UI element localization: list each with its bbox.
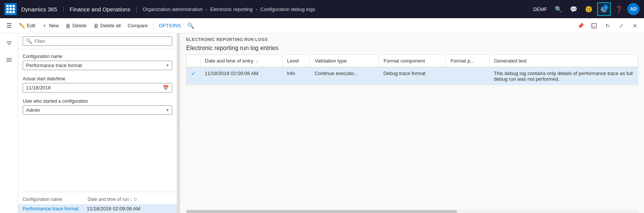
settings-icon-btn[interactable]: ⚙️ 1 — [597, 2, 611, 16]
edit-button[interactable]: ✏️ Edit — [16, 20, 38, 32]
env-badge: DEMF — [533, 6, 547, 12]
scrollbar-thumb — [186, 210, 457, 213]
table-header-row: Date and time of entry ↓ Level Validatio… — [187, 55, 638, 67]
actual-start-input[interactable] — [26, 85, 161, 91]
list-row[interactable]: Performance trace format 11/18/2018 02:0… — [18, 204, 177, 213]
th-check — [187, 55, 201, 67]
right-content: ELECTRONIC REPORTING RUN LOGS Electronic… — [180, 33, 644, 213]
filter-fields: Configuration name ▾ Actual start date/t… — [18, 49, 177, 192]
td-validation-type: Continue executio... — [310, 67, 379, 85]
svg-text:O: O — [593, 25, 595, 28]
compare-label: Compare — [128, 23, 148, 28]
filter-search-icon: 🔍 — [26, 38, 32, 44]
list-header-config: Configuration name — [23, 197, 86, 202]
delete-all-label: Delete all — [100, 23, 121, 28]
popout-icon-btn[interactable]: ⤢ — [615, 20, 627, 32]
actual-start-input-wrapper: 📅 — [23, 83, 172, 92]
toolbar-search-icon[interactable]: 🔍 — [185, 20, 197, 32]
new-button[interactable]: ＋ New — [39, 20, 62, 32]
td-check: ✓ — [187, 67, 201, 85]
delete-label: Delete — [72, 23, 87, 28]
td-generated-text: This debug log contains only details of … — [489, 67, 638, 85]
options-button[interactable]: OPTIONS — [156, 20, 184, 32]
user-label: User who started a configuration — [23, 99, 172, 104]
filter-side-icon[interactable] — [2, 36, 16, 50]
help-icon-btn[interactable]: ❓ — [612, 2, 626, 16]
edit-label: Edit — [27, 23, 35, 28]
resize-handle[interactable] — [177, 33, 180, 213]
breadcrumb-er[interactable]: Electronic reporting — [210, 6, 253, 12]
breadcrumb-org[interactable]: Organization administration — [143, 6, 202, 12]
breadcrumb-cdl[interactable]: Configuration debug logs — [260, 6, 315, 12]
section-title: ELECTRONIC REPORTING RUN LOGS — [180, 33, 644, 43]
td-format-p — [446, 67, 489, 85]
actual-start-field-group: Actual start date/time 📅 — [23, 76, 172, 92]
brand-name: Dynamics 365 — [21, 6, 64, 13]
new-icon: ＋ — [42, 22, 47, 29]
left-icons-bar — [0, 33, 18, 213]
section-subtitle: Electronic reporting run log entries — [180, 43, 644, 55]
config-name-input[interactable] — [26, 63, 165, 68]
config-name-dropdown-arrow[interactable]: ▾ — [166, 63, 169, 68]
delete-icon: 🗑 — [65, 23, 71, 29]
sep1: › — [205, 6, 207, 12]
options-label: OPTIONS — [159, 23, 181, 28]
top-navbar: Dynamics 365 Finance and Operations Orga… — [0, 0, 644, 18]
top-nav-right-icons: DEMF 🔍 💬 🙂 ⚙️ 1 ❓ AD — [533, 2, 639, 16]
td-format-component: Debug trace format — [379, 67, 446, 85]
data-table-wrapper: Date and time of entry ↓ Level Validatio… — [180, 55, 644, 210]
hamburger-icon[interactable]: ☰ — [3, 20, 15, 32]
user-dropdown-arrow[interactable]: ▾ — [166, 108, 169, 113]
list-header: Configuration name Date and time of run … — [23, 195, 172, 204]
feedback-icon-btn[interactable]: 🙂 — [582, 2, 596, 16]
th-level: Level — [282, 55, 310, 67]
filter-input[interactable] — [34, 38, 169, 44]
filter-search-input-wrapper: 🔍 — [23, 36, 172, 46]
pin-icon-btn[interactable]: 📌 — [574, 20, 586, 32]
app-grid-button[interactable] — [5, 3, 17, 15]
th-date-time[interactable]: Date and time of entry ↓ — [200, 55, 282, 67]
horizontal-scrollbar[interactable] — [186, 210, 638, 213]
config-name-input-wrapper: ▾ — [23, 61, 172, 70]
toolbar-separator — [153, 21, 154, 30]
delete-all-button[interactable]: 🗑 Delete all — [90, 20, 124, 32]
td-level: Info — [282, 67, 310, 85]
th-date-sort-icon[interactable]: ↓ — [256, 59, 258, 63]
search-icon-btn[interactable]: 🔍 — [552, 2, 565, 16]
grid-icon — [6, 5, 15, 13]
list-side-icon[interactable] — [2, 53, 16, 67]
user-input[interactable] — [26, 107, 165, 113]
main-layout: 🔍 Configuration name ▾ Actual start date… — [0, 33, 644, 213]
list-header-date: Date and time of run ↓ ▽ — [88, 197, 172, 202]
config-name-field-group: Configuration name ▾ — [23, 54, 172, 70]
list-row-date: 11/18/2018 02:09:08 AM — [87, 206, 172, 211]
list-date-filter-icon[interactable]: ▽ — [134, 197, 137, 202]
th-date-time-text: Date and time of entry — [205, 58, 254, 64]
list-date-sort-icon[interactable]: ↓ — [130, 197, 132, 202]
new-label: New — [49, 23, 59, 28]
toolbar: ☰ ✏️ Edit ＋ New 🗑 Delete 🗑 Delete all Co… — [0, 18, 644, 33]
edit-icon: ✏️ — [19, 23, 25, 29]
th-generated-text: Generated text — [489, 55, 638, 67]
filter-panel: 🔍 Configuration name ▾ Actual start date… — [18, 33, 177, 213]
check-icon: ✓ — [191, 70, 196, 77]
th-validation-type: Validation type — [310, 55, 379, 67]
breadcrumb: Organization administration › Electronic… — [143, 6, 533, 12]
user-avatar[interactable]: AD — [627, 3, 639, 15]
compare-button[interactable]: Compare — [124, 20, 151, 32]
app-name: Finance and Operations — [70, 6, 137, 13]
table-row[interactable]: ✓ 11/18/2018 02:09:08 AM Info Continue e… — [187, 67, 638, 85]
list-header-date-text: Date and time of run — [88, 197, 129, 202]
list-row-config: Performance trace format — [23, 206, 87, 211]
delete-button[interactable]: 🗑 Delete — [62, 20, 90, 32]
user-field-group: User who started a configuration ▾ — [23, 99, 172, 115]
close-icon-btn[interactable]: ✕ — [629, 20, 641, 32]
calendar-icon[interactable]: 📅 — [163, 85, 169, 91]
settings-badge: 1 — [603, 5, 608, 10]
delete-all-icon: 🗑 — [93, 23, 99, 29]
config-name-label: Configuration name — [23, 54, 172, 59]
refresh-icon-btn[interactable]: ↻ — [602, 20, 614, 32]
chat-icon-btn[interactable]: 💬 — [567, 2, 580, 16]
office-icon-btn[interactable]: O — [588, 20, 600, 32]
list-section: Configuration name Date and time of run … — [18, 192, 177, 213]
